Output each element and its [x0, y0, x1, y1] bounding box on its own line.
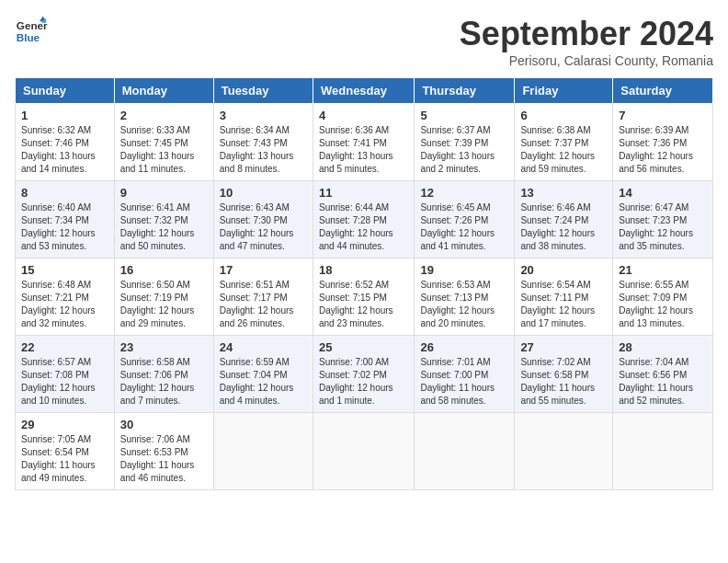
day-number: 12 [420, 186, 508, 200]
day-info: Sunrise: 6:59 AM Sunset: 7:04 PM Dayligh… [220, 356, 307, 408]
calendar-day-cell: 19Sunrise: 6:53 AM Sunset: 7:13 PM Dayli… [415, 259, 515, 336]
calendar-day-cell: 13Sunrise: 6:46 AM Sunset: 7:24 PM Dayli… [515, 181, 613, 259]
day-number: 27 [520, 340, 607, 354]
day-number: 11 [319, 186, 408, 200]
svg-text:Blue: Blue [17, 31, 40, 43]
day-info: Sunrise: 6:47 AM Sunset: 7:23 PM Dayligh… [619, 201, 707, 253]
day-number: 23 [120, 340, 208, 354]
day-info: Sunrise: 6:34 AM Sunset: 7:43 PM Dayligh… [220, 124, 307, 176]
day-info: Sunrise: 6:53 AM Sunset: 7:13 PM Dayligh… [420, 279, 508, 330]
calendar-day-cell: 14Sunrise: 6:47 AM Sunset: 7:23 PM Dayli… [613, 181, 713, 259]
day-number: 7 [619, 109, 707, 122]
calendar-day-cell: 3Sunrise: 6:34 AM Sunset: 7:43 PM Daylig… [213, 104, 313, 181]
day-info: Sunrise: 6:32 AM Sunset: 7:46 PM Dayligh… [21, 124, 108, 176]
day-info: Sunrise: 6:51 AM Sunset: 7:17 PM Dayligh… [220, 279, 307, 330]
day-info: Sunrise: 6:44 AM Sunset: 7:28 PM Dayligh… [319, 201, 408, 253]
month-title: September 2024 [460, 15, 713, 53]
calendar-day-cell: 5Sunrise: 6:37 AM Sunset: 7:39 PM Daylig… [415, 104, 515, 181]
day-info: Sunrise: 7:06 AM Sunset: 6:53 PM Dayligh… [120, 433, 208, 485]
day-info: Sunrise: 7:01 AM Sunset: 7:00 PM Dayligh… [420, 356, 508, 408]
day-info: Sunrise: 6:41 AM Sunset: 7:32 PM Dayligh… [120, 201, 208, 253]
calendar-day-cell [213, 413, 313, 490]
weekday-header-saturday: Saturday [613, 78, 713, 104]
calendar-day-cell: 16Sunrise: 6:50 AM Sunset: 7:19 PM Dayli… [114, 259, 213, 336]
calendar-day-cell: 26Sunrise: 7:01 AM Sunset: 7:00 PM Dayli… [415, 336, 515, 413]
weekday-header-monday: Monday [114, 78, 213, 104]
calendar-day-cell [515, 413, 613, 490]
calendar-week-row: 8Sunrise: 6:40 AM Sunset: 7:34 PM Daylig… [16, 181, 713, 259]
day-info: Sunrise: 6:37 AM Sunset: 7:39 PM Dayligh… [420, 124, 508, 176]
day-info: Sunrise: 6:57 AM Sunset: 7:08 PM Dayligh… [21, 356, 108, 408]
day-number: 9 [120, 186, 208, 200]
day-info: Sunrise: 6:40 AM Sunset: 7:34 PM Dayligh… [21, 201, 108, 253]
calendar-day-cell: 2Sunrise: 6:33 AM Sunset: 7:45 PM Daylig… [114, 104, 213, 181]
calendar-day-cell: 21Sunrise: 6:55 AM Sunset: 7:09 PM Dayli… [613, 259, 713, 336]
calendar-day-cell: 10Sunrise: 6:43 AM Sunset: 7:30 PM Dayli… [213, 181, 313, 259]
calendar-day-cell: 8Sunrise: 6:40 AM Sunset: 7:34 PM Daylig… [16, 181, 115, 259]
calendar-day-cell: 4Sunrise: 6:36 AM Sunset: 7:41 PM Daylig… [313, 104, 414, 181]
day-info: Sunrise: 6:52 AM Sunset: 7:15 PM Dayligh… [319, 279, 408, 330]
day-number: 8 [21, 186, 108, 200]
day-number: 21 [619, 263, 707, 277]
day-info: Sunrise: 6:39 AM Sunset: 7:36 PM Dayligh… [619, 124, 707, 176]
day-info: Sunrise: 6:48 AM Sunset: 7:21 PM Dayligh… [21, 279, 108, 330]
calendar-day-cell: 7Sunrise: 6:39 AM Sunset: 7:36 PM Daylig… [613, 104, 713, 181]
calendar-day-cell: 11Sunrise: 6:44 AM Sunset: 7:28 PM Dayli… [313, 181, 414, 259]
weekday-header-tuesday: Tuesday [213, 78, 313, 104]
day-number: 10 [220, 186, 307, 200]
calendar-week-row: 1Sunrise: 6:32 AM Sunset: 7:46 PM Daylig… [16, 104, 713, 181]
calendar-day-cell: 18Sunrise: 6:52 AM Sunset: 7:15 PM Dayli… [313, 259, 414, 336]
day-number: 30 [120, 418, 208, 431]
logo: General Blue [15, 15, 48, 48]
calendar-day-cell [613, 413, 713, 490]
calendar-day-cell: 22Sunrise: 6:57 AM Sunset: 7:08 PM Dayli… [16, 336, 115, 413]
day-info: Sunrise: 6:43 AM Sunset: 7:30 PM Dayligh… [220, 201, 307, 253]
calendar-day-cell: 20Sunrise: 6:54 AM Sunset: 7:11 PM Dayli… [515, 259, 613, 336]
day-number: 25 [319, 340, 408, 354]
day-info: Sunrise: 6:33 AM Sunset: 7:45 PM Dayligh… [120, 124, 208, 176]
day-number: 16 [120, 263, 208, 277]
day-info: Sunrise: 6:36 AM Sunset: 7:41 PM Dayligh… [319, 124, 408, 176]
calendar-day-cell: 12Sunrise: 6:45 AM Sunset: 7:26 PM Dayli… [415, 181, 515, 259]
day-number: 2 [120, 109, 208, 122]
calendar-week-row: 15Sunrise: 6:48 AM Sunset: 7:21 PM Dayli… [16, 259, 713, 336]
day-number: 29 [21, 418, 108, 431]
day-number: 3 [220, 109, 307, 122]
day-info: Sunrise: 7:05 AM Sunset: 6:54 PM Dayligh… [21, 433, 108, 485]
location: Perisoru, Calarasi County, Romania [460, 53, 713, 68]
calendar-day-cell: 29Sunrise: 7:05 AM Sunset: 6:54 PM Dayli… [16, 413, 115, 490]
calendar-table: SundayMondayTuesdayWednesdayThursdayFrid… [15, 77, 713, 490]
calendar-day-cell [415, 413, 515, 490]
day-number: 24 [220, 340, 307, 354]
day-number: 6 [520, 109, 607, 122]
day-number: 18 [319, 263, 408, 277]
day-number: 20 [520, 263, 607, 277]
day-info: Sunrise: 6:54 AM Sunset: 7:11 PM Dayligh… [520, 279, 607, 330]
day-number: 5 [420, 109, 508, 122]
title-section: September 2024 Perisoru, Calarasi County… [460, 15, 713, 68]
day-number: 15 [21, 263, 108, 277]
day-number: 26 [420, 340, 508, 354]
day-info: Sunrise: 6:38 AM Sunset: 7:37 PM Dayligh… [520, 124, 607, 176]
calendar-day-cell: 24Sunrise: 6:59 AM Sunset: 7:04 PM Dayli… [213, 336, 313, 413]
calendar-day-cell: 27Sunrise: 7:02 AM Sunset: 6:58 PM Dayli… [515, 336, 613, 413]
day-info: Sunrise: 7:02 AM Sunset: 6:58 PM Dayligh… [520, 356, 607, 408]
weekday-header-wednesday: Wednesday [313, 78, 414, 104]
day-number: 1 [21, 109, 108, 122]
calendar-day-cell: 23Sunrise: 6:58 AM Sunset: 7:06 PM Dayli… [114, 336, 213, 413]
calendar-day-cell: 1Sunrise: 6:32 AM Sunset: 7:46 PM Daylig… [16, 104, 115, 181]
calendar-week-row: 29Sunrise: 7:05 AM Sunset: 6:54 PM Dayli… [16, 413, 713, 490]
day-number: 28 [619, 340, 707, 354]
calendar-day-cell [313, 413, 414, 490]
calendar-header-row: SundayMondayTuesdayWednesdayThursdayFrid… [16, 78, 713, 104]
day-info: Sunrise: 7:00 AM Sunset: 7:02 PM Dayligh… [319, 356, 408, 408]
weekday-header-sunday: Sunday [16, 78, 115, 104]
page-header: General Blue September 2024 Perisoru, Ca… [15, 15, 713, 68]
weekday-header-thursday: Thursday [415, 78, 515, 104]
logo-icon: General Blue [15, 15, 48, 48]
day-info: Sunrise: 6:58 AM Sunset: 7:06 PM Dayligh… [120, 356, 208, 408]
calendar-week-row: 22Sunrise: 6:57 AM Sunset: 7:08 PM Dayli… [16, 336, 713, 413]
day-number: 19 [420, 263, 508, 277]
day-info: Sunrise: 6:50 AM Sunset: 7:19 PM Dayligh… [120, 279, 208, 330]
day-info: Sunrise: 6:55 AM Sunset: 7:09 PM Dayligh… [619, 279, 707, 330]
